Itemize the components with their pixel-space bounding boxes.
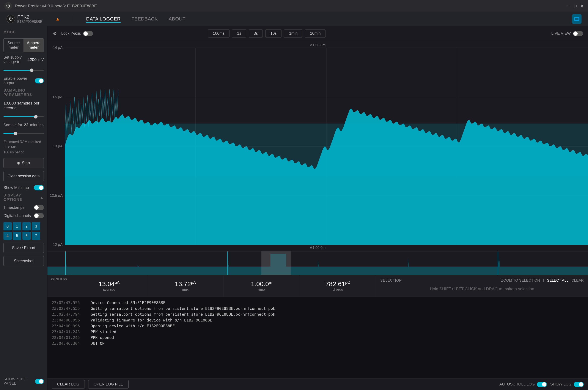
nav-logo: ⏻ PPK2 E1B2F90E88BE <box>6 14 43 24</box>
channel-2-button[interactable]: 2 <box>22 222 31 230</box>
live-view-toggle[interactable] <box>573 31 583 36</box>
nav-item-feedback[interactable]: FEEDBACK <box>131 15 158 23</box>
channel-6-button[interactable]: 6 <box>22 232 31 240</box>
digital-channels-toggle[interactable] <box>34 213 44 218</box>
supply-value: 4200 <box>27 57 36 62</box>
log-msg: Getting serialport options from persiste… <box>91 306 275 311</box>
show-side-panel-toggle[interactable] <box>35 379 44 384</box>
nav-item-about[interactable]: ABOUT <box>169 15 185 23</box>
save-export-button[interactable]: Save / Export <box>3 243 44 253</box>
digital-channels-label: Digital channels <box>3 214 31 218</box>
channel-1-button[interactable]: 1 <box>13 222 21 230</box>
clear-log-button[interactable]: CLEAR LOG <box>52 380 85 389</box>
show-log-toggle[interactable] <box>574 382 584 387</box>
close-button[interactable]: ✕ <box>581 4 584 8</box>
stat-time: 1:00.0m time <box>224 275 300 296</box>
time-3s[interactable]: 3s <box>249 29 263 38</box>
channel-7-button[interactable]: 7 <box>32 232 40 240</box>
autoscroll-label: AUTOSCROLL LOG <box>499 382 535 387</box>
time-1min[interactable]: 1min <box>284 29 302 38</box>
timestamps-toggle[interactable] <box>34 205 44 210</box>
time-10s[interactable]: 10s <box>265 29 282 38</box>
channel-4-button[interactable]: 4 <box>3 232 12 240</box>
lock-y-toggle[interactable] <box>83 31 93 36</box>
sidebar: MODE Source meter Ampere meter Set suppl… <box>0 26 48 390</box>
mode-label: MODE <box>3 30 44 35</box>
selection-clear-button[interactable]: CLEAR <box>571 278 584 283</box>
display-options-header[interactable]: DISPLAY OPTIONS ▲ <box>3 193 44 202</box>
time-buttons: 100ms 1s 3s 10s 1min 10min <box>208 29 326 38</box>
minimap-toggle[interactable] <box>34 185 44 190</box>
zoom-to-selection-button[interactable]: ZOOM TO SELECTION <box>501 278 540 283</box>
est-ram: Estimated RAM required 52.8 MB 100 us pe… <box>3 139 44 155</box>
gear-icon[interactable]: ⚙ <box>53 31 57 36</box>
source-meter-button[interactable]: Source meter <box>4 39 24 52</box>
selection-header: SELECTION ZOOM TO SELECTION | SELECT ALL… <box>380 278 584 283</box>
log-time: 23:02:47.794 <box>52 312 86 317</box>
channel-0-button[interactable]: 0 <box>3 222 12 230</box>
power-toggle[interactable] <box>35 78 44 83</box>
log-line: 23:02:47.555 Getting serialport options … <box>52 305 584 311</box>
selection-actions: ZOOM TO SELECTION | SELECT ALL CLEAR <box>501 278 584 283</box>
time-1s[interactable]: 1s <box>232 29 246 38</box>
maximize-button[interactable]: □ <box>574 4 577 8</box>
channel-5-button[interactable]: 5 <box>13 232 21 240</box>
nav-divider <box>73 15 73 23</box>
open-log-file-button[interactable]: OPEN LOG FILE <box>88 380 128 389</box>
timestamps-row: Timestamps <box>3 205 44 210</box>
log-time: 23:04:00.996 <box>52 318 86 322</box>
log-time: 23:02:47.555 <box>52 306 86 311</box>
samples-slider[interactable] <box>3 115 44 119</box>
autoscroll-row: AUTOSCROLL LOG <box>499 382 547 387</box>
screenshot-button[interactable]: Screenshot <box>3 256 44 266</box>
waveform-chart <box>65 48 588 245</box>
selection-section: SELECTION ZOOM TO SELECTION | SELECT ALL… <box>376 275 588 296</box>
show-side-panel-label: SHOW SIDE PANEL <box>3 377 35 386</box>
time-100ms[interactable]: 100ms <box>208 29 230 38</box>
window-stats: WINDOW 13.04μA average 13.72μA max <box>48 275 588 296</box>
minimap-area <box>48 251 588 275</box>
display-options-label: DISPLAY OPTIONS <box>3 193 40 202</box>
select-all-button[interactable]: SELECT ALL <box>547 278 568 283</box>
autoscroll-toggle[interactable] <box>537 382 547 387</box>
chevron-up-icon: ▲ <box>40 195 44 200</box>
delta-top-label: Δ1:00.0m <box>310 43 326 48</box>
nav-item-data-logger[interactable]: DATA LOGGER <box>86 15 120 23</box>
stat-max: 13.72μA max <box>147 275 224 296</box>
log-msg: Getting serialport options from persiste… <box>91 312 275 317</box>
log-line: 23:04:00.996 Opening device with s/n E1B… <box>52 323 584 329</box>
log-time: 23:04:01.245 <box>52 330 86 334</box>
play-icon: ● <box>17 162 20 165</box>
channel-3-button[interactable]: 3 <box>32 222 40 230</box>
device-id: E1B2F90E88BE <box>17 20 43 24</box>
minimize-button[interactable]: ─ <box>568 4 570 8</box>
ampere-meter-button[interactable]: Ampere meter <box>24 39 44 52</box>
selection-label: SELECTION <box>380 279 402 283</box>
log-msg: DUT ON <box>91 341 105 346</box>
nav-device-icon <box>572 14 582 24</box>
window-controls[interactable]: ─ □ ✕ <box>568 4 584 8</box>
titlebar: ⏻ Power Profiler v4.0.0-beta6: E1B2F90E8… <box>0 0 588 12</box>
y-label-13: 13 μA <box>50 144 62 148</box>
sample-for-unit: minutes <box>30 123 44 127</box>
y-label-12: 12 μA <box>50 243 62 247</box>
start-button[interactable]: ● Start <box>3 158 44 168</box>
chart-main: Δ1:00.0m 14 μA 13.5 μA 13 μA 12.5 μA 12 … <box>48 41 588 251</box>
log-line: 23:04:01.245 PPK started <box>52 329 584 335</box>
clear-session-button[interactable]: Clear session data <box>3 171 44 181</box>
stat-time-label: time <box>258 288 265 292</box>
supply-label: Set supply voltage to <box>3 55 26 64</box>
time-10min[interactable]: 10min <box>305 29 326 38</box>
nav-items: DATA LOGGER FEEDBACK ABOUT <box>86 15 185 23</box>
live-view-row: LIVE VIEW <box>551 31 583 36</box>
log-time: 23:04:00.996 <box>52 324 86 328</box>
power-row: Enable power output <box>3 76 44 85</box>
log-line: 23:04:00.996 Validating firmware for dev… <box>52 317 584 323</box>
show-side-panel-row: SHOW SIDE PANEL <box>3 375 44 386</box>
sample-for-label: Sample for <box>3 123 22 127</box>
supply-slider[interactable] <box>3 68 44 72</box>
nav-right <box>572 14 582 24</box>
sampling-label: SAMPLING PARAMETERS <box>3 88 44 97</box>
sample-for-slider[interactable] <box>3 131 44 136</box>
log-line: 23:04:01.245 PPK opened <box>52 335 584 341</box>
